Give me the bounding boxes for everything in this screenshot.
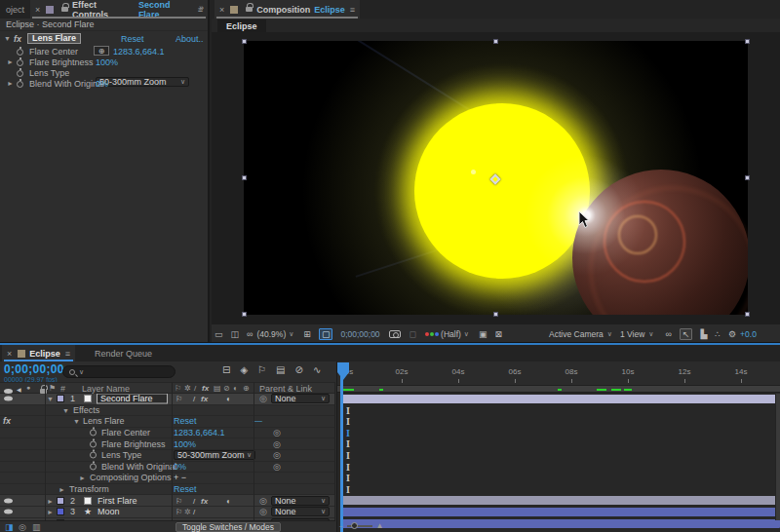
collapse-icon[interactable]: ✲: [184, 508, 191, 516]
prop-label[interactable]: Lens Type: [29, 68, 69, 78]
pick-whip-icon[interactable]: ◎: [273, 462, 281, 472]
twirl-open-icon[interactable]: ▼: [47, 396, 54, 402]
twirl-open-icon[interactable]: ▼: [73, 418, 80, 425]
label-swatch[interactable]: [57, 497, 64, 505]
tab-overflow-icon[interactable]: »: [199, 3, 204, 13]
timeline-zoom-control[interactable]: − ▲: [339, 521, 383, 530]
chevron-down-icon[interactable]: ∨: [464, 330, 469, 338]
pixel-aspect-correction-icon[interactable]: ↖: [680, 328, 693, 340]
pick-whip-icon[interactable]: ◎: [273, 450, 281, 460]
frame-blending-icon[interactable]: ▤: [276, 364, 285, 375]
grid-guides-icon[interactable]: ⊞: [303, 329, 311, 339]
tab-timeline-eclipse[interactable]: × Eclipse ≡: [2, 345, 75, 361]
zoom-out-mountain-icon[interactable]: −: [339, 523, 343, 529]
layer-bar-moon[interactable]: [340, 508, 780, 516]
adjustment-col-icon[interactable]: ◐: [233, 384, 238, 393]
reset-link[interactable]: Reset: [121, 34, 144, 44]
current-timecode[interactable]: 0;00;00;00: [4, 362, 64, 376]
keyframe-icon-selected[interactable]: I: [345, 429, 351, 438]
motion-blur-icon[interactable]: ⊘: [295, 364, 303, 375]
close-icon[interactable]: ×: [219, 5, 224, 15]
eye-icon[interactable]: [4, 510, 13, 514]
zoom-in-mountain-icon[interactable]: ▲: [376, 521, 384, 530]
prop-label[interactable]: Flare Brightness: [101, 439, 166, 449]
pick-whip-icon[interactable]: ◎: [259, 496, 267, 506]
effect-name[interactable]: Lens Flare: [27, 33, 81, 44]
solo-icon[interactable]: ●: [26, 384, 30, 391]
layer-bar-first-flare[interactable]: [340, 496, 780, 505]
transparency-grid-icon[interactable]: ⊠: [495, 329, 503, 339]
collapse-col-icon[interactable]: ✲: [184, 384, 191, 393]
layer-row-first-flare[interactable]: ► 2 First Flare ⚐ / fx ◐ ◎ None ∨: [0, 495, 335, 507]
prop-label[interactable]: Lens Type: [101, 450, 141, 460]
toolbar-timecode[interactable]: 0;00;00;00: [340, 329, 379, 339]
hide-shy-layers-icon[interactable]: ⚐: [257, 364, 266, 375]
group-label[interactable]: Compositing Options: [90, 473, 172, 482]
twirl-open-icon[interactable]: ▼: [4, 35, 11, 42]
enable-dash[interactable]: —: [254, 416, 262, 426]
graph-editor-icon[interactable]: ∿: [313, 364, 321, 375]
stereo-3d-icon[interactable]: ∞: [665, 329, 671, 339]
stopwatch-icon[interactable]: [17, 49, 23, 56]
layer-row-moon[interactable]: ► 3 ★ Moon ⚐ ✲ / ◎ None ∨: [0, 507, 335, 518]
prop-value[interactable]: 1283.6,664.1: [113, 47, 165, 57]
quality-icon[interactable]: /: [193, 496, 195, 505]
twirl-closed-icon[interactable]: ►: [47, 509, 54, 515]
eye-icon[interactable]: [4, 498, 13, 503]
close-icon[interactable]: ×: [35, 5, 40, 15]
shy-icon[interactable]: ⚐: [176, 508, 182, 516]
fx-badge-icon[interactable]: fx: [14, 34, 21, 44]
fx-col-icon[interactable]: fx: [202, 384, 209, 393]
blend-with-original-row[interactable]: Blend With Original 0% ◎: [0, 462, 335, 474]
prop-label[interactable]: Flare Brightness: [29, 57, 94, 67]
add-remove-buttons[interactable]: + −: [174, 473, 186, 482]
stopwatch-icon[interactable]: [17, 81, 23, 88]
draft-3d-icon[interactable]: ◈: [240, 364, 248, 375]
panel-menu-icon[interactable]: ≡: [65, 349, 70, 359]
layer-name[interactable]: Second Flare: [97, 394, 168, 404]
eye-icon[interactable]: [4, 397, 13, 401]
motion-blur-icon[interactable]: ◐: [226, 496, 231, 505]
quality-icon[interactable]: /: [193, 508, 195, 516]
transform-row[interactable]: ► Transform Reset: [0, 484, 335, 496]
main-monitor-icon[interactable]: ◫: [231, 329, 240, 339]
layer-name[interactable]: First Flare: [98, 496, 137, 506]
twirl-closed-icon[interactable]: ►: [58, 486, 65, 493]
keyframe-icon[interactable]: I: [345, 463, 351, 473]
layer-bar-second-flare[interactable]: [340, 395, 780, 403]
chevron-down-icon[interactable]: ∨: [289, 330, 293, 338]
selection-handle[interactable]: [242, 39, 247, 44]
selection-handle[interactable]: [493, 39, 498, 44]
chevron-down-icon[interactable]: ∨: [648, 330, 653, 338]
lens-type-dropdown[interactable]: 50-300mm Zoom ∨: [174, 450, 255, 460]
stopwatch-icon[interactable]: [90, 440, 97, 447]
selection-handle[interactable]: [242, 175, 247, 180]
twirl-open-icon[interactable]: ▼: [62, 406, 69, 413]
resolution-dropdown[interactable]: (Half): [441, 329, 461, 339]
parent-dropdown[interactable]: None ∨: [271, 507, 330, 516]
close-icon[interactable]: ×: [7, 349, 12, 359]
layer-number-col[interactable]: #: [60, 384, 65, 394]
keyframe-icon[interactable]: I: [345, 406, 351, 416]
about-link[interactable]: About..: [176, 34, 204, 44]
keyframe-icon[interactable]: I: [345, 451, 351, 461]
pick-whip-icon[interactable]: ◎: [259, 507, 267, 516]
layer-switches-pane-icon[interactable]: ◨: [5, 522, 14, 532]
lens-flare-effect-row[interactable]: fx ▼ Lens Flare Reset —: [0, 416, 335, 428]
shy-icon[interactable]: ⚐: [176, 496, 182, 505]
3d-col-icon[interactable]: ⊕: [243, 384, 250, 393]
prop-label[interactable]: Blend With Original: [101, 462, 176, 472]
work-area-bar[interactable]: [337, 386, 780, 393]
composition-viewer[interactable]: [212, 32, 780, 323]
keyframe-icon[interactable]: I: [345, 417, 351, 427]
parent-link-col[interactable]: Parent & Link: [259, 384, 312, 394]
flare-brightness-row[interactable]: Flare Brightness 100% ◎: [0, 438, 335, 450]
always-preview-icon[interactable]: ▭: [214, 329, 223, 339]
selection-handle[interactable]: [745, 39, 750, 44]
reset-link[interactable]: Reset: [174, 484, 197, 494]
layer-name-col[interactable]: Layer Name: [82, 384, 130, 394]
quality-col-icon[interactable]: /: [194, 384, 196, 393]
time-ruler[interactable]: 0s 02s 04s 06s 08s 10s 12s 14s: [337, 361, 780, 386]
quality-icon[interactable]: /: [193, 395, 195, 403]
stopwatch-icon[interactable]: [17, 70, 23, 77]
